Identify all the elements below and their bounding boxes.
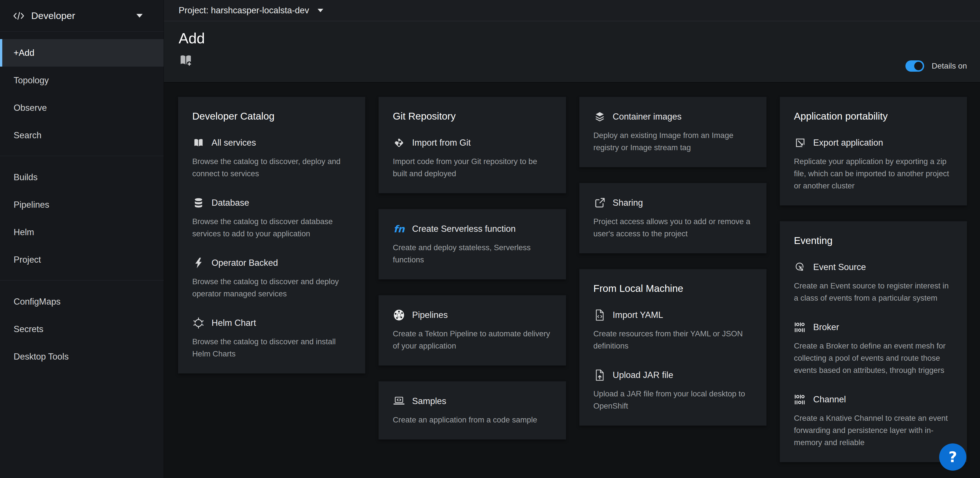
perspective-switcher[interactable]: Developer (0, 0, 164, 32)
card-title: Application portability (794, 111, 953, 122)
card-item-helm-chart[interactable]: HELM Helm Chart Browse the catalog to di… (192, 317, 351, 360)
sidebar-item-topology[interactable]: Topology (0, 67, 164, 94)
item-description: Replicate your application by exporting … (794, 155, 953, 192)
page-header: Add Details on (164, 21, 980, 83)
card-item-broker[interactable]: Broker Create a Broker to define an even… (794, 321, 953, 376)
samples-laptop-icon (393, 395, 405, 407)
sidebar-item-search[interactable]: Search (0, 122, 164, 149)
export-icon (794, 137, 807, 149)
toggle-knob (914, 62, 923, 70)
share-icon (593, 197, 606, 209)
card-item-pipelines[interactable]: Pipelines Create a Tekton Pipeline to au… (393, 309, 552, 352)
code-icon (13, 10, 25, 22)
card-sharing: Sharing Project access allows you to add… (579, 183, 767, 253)
project-selector[interactable]: Project: harshcasper-localsta-dev (164, 0, 980, 21)
column-2: Git Repository (379, 97, 566, 440)
card-item-import-from-git[interactable]: Import from Git Import code from your Gi… (393, 137, 552, 179)
item-description: Deploy an existing Image from an Image r… (593, 129, 752, 154)
card-title: Git Repository (393, 111, 552, 122)
card-from-local-machine: From Local Machine I (579, 269, 767, 426)
column-1: Developer Catalog All services (178, 97, 365, 373)
sidebar-item-project[interactable]: Project (0, 246, 164, 273)
main-area: Project: harshcasper-localsta-dev Add (164, 0, 980, 478)
card-item-export-application[interactable]: Export application Replicate your applic… (794, 137, 953, 192)
database-icon (192, 197, 205, 209)
hint-icon-row (179, 53, 965, 68)
upload-file-icon (593, 369, 606, 381)
catalog-book-icon (192, 137, 205, 149)
card-item-event-source[interactable]: Event Source Create an Event source to r… (794, 261, 953, 304)
project-label: Project: harshcasper-localsta-dev (179, 5, 309, 16)
card-container-images: Container images Deploy an existing Imag… (579, 97, 767, 167)
book-plus-icon (179, 63, 193, 68)
binary-channel-icon (794, 393, 807, 406)
card-application-portability: Application portability (780, 97, 967, 205)
sidebar-item-desktop-tools[interactable]: Desktop Tools (0, 343, 164, 370)
yaml-file-icon (593, 309, 606, 321)
sidebar-item-add[interactable]: +Add (0, 39, 164, 67)
perspective-label: Developer (31, 10, 75, 21)
card-columns: Developer Catalog All services (178, 97, 967, 462)
serverless-fn-icon: fn (393, 223, 405, 235)
card-item-upload-jar-file[interactable]: Upload JAR file Upload a JAR file from y… (593, 369, 752, 412)
helm-logo-icon: HELM (192, 317, 205, 329)
item-description: Browse the catalog to discover and deplo… (192, 275, 351, 300)
card-item-sharing[interactable]: Sharing Project access allows you to add… (593, 197, 752, 240)
item-description: Browse the catalog to discover database … (192, 215, 351, 240)
item-description: Create a Tekton Pipeline to automate del… (393, 327, 552, 352)
page-title: Add (179, 30, 965, 47)
sidebar-item-pipelines[interactable]: Pipelines (0, 191, 164, 218)
card-eventing: Eventing (780, 221, 967, 462)
nav-group-2: Builds Pipelines Helm Project (0, 156, 164, 281)
help-button[interactable]: ? (939, 443, 966, 471)
item-description: Create resources from their YAML or JSON… (593, 327, 752, 352)
item-description: Create an application from a code sample (393, 414, 552, 426)
item-description: Browse the catalog to discover, deploy a… (192, 155, 351, 179)
sidebar-item-configmaps[interactable]: ConfigMaps (0, 288, 164, 315)
column-3: Container images Deploy an existing Imag… (579, 97, 767, 426)
sidebar-item-observe[interactable]: Observe (0, 94, 164, 122)
card-item-container-images[interactable]: Container images Deploy an existing Imag… (593, 111, 752, 154)
card-developer-catalog: Developer Catalog All services (178, 97, 365, 373)
card-item-create-serverless-function[interactable]: fn Create Serverless function Create and… (393, 223, 552, 266)
details-toggle[interactable] (905, 60, 924, 72)
tekton-pipelines-icon (393, 309, 405, 321)
svg-text:HELM: HELM (195, 322, 202, 325)
card-pipelines: Pipelines Create a Tekton Pipeline to au… (379, 295, 566, 365)
card-serverless-function: fn Create Serverless function Create and… (379, 209, 566, 279)
sidebar-nav: +Add Topology Observe Search Builds Pipe… (0, 32, 164, 377)
card-item-import-yaml[interactable]: Import YAML Create resources from their … (593, 309, 752, 352)
chevron-down-icon (318, 9, 323, 12)
nav-group-1: +Add Topology Observe Search (0, 32, 164, 156)
card-item-samples[interactable]: Samples Create an application from a cod… (393, 395, 552, 426)
nav-group-3: ConfigMaps Secrets Desktop Tools (0, 281, 164, 377)
card-title: Eventing (794, 235, 953, 246)
openshift-console: Developer +Add Topology Observe Search B… (0, 0, 980, 478)
lightning-bolt-icon (192, 257, 205, 269)
item-description: Project access allows you to add or remo… (593, 215, 752, 240)
card-item-operator-backed[interactable]: Operator Backed Browse the catalog to di… (192, 257, 351, 300)
card-item-channel[interactable]: Channel Create a Knative Channel to crea… (794, 393, 953, 449)
card-samples: Samples Create an application from a cod… (379, 381, 566, 440)
card-git-repository: Git Repository (379, 97, 566, 193)
column-4: Application portability (780, 97, 967, 462)
layers-icon (593, 111, 606, 123)
item-description: Browse the catalog to discover and insta… (192, 335, 351, 360)
sidebar-item-helm[interactable]: Helm (0, 218, 164, 246)
event-source-icon (794, 261, 807, 273)
add-page-content: Developer Catalog All services (164, 83, 980, 478)
card-title: Developer Catalog (192, 111, 351, 122)
item-description: Create a Broker to define an event mesh … (794, 340, 953, 376)
card-item-all-services[interactable]: All services Browse the catalog to disco… (192, 137, 351, 179)
details-toggle-group: Details on (905, 60, 967, 72)
details-toggle-label: Details on (932, 62, 967, 71)
card-title: From Local Machine (593, 283, 752, 294)
item-description: Create a Knative Channel to create an ev… (794, 412, 953, 449)
sidebar-item-builds[interactable]: Builds (0, 164, 164, 191)
sidebar-item-secrets[interactable]: Secrets (0, 315, 164, 343)
item-description: Import code from your Git repository to … (393, 155, 552, 179)
card-item-database[interactable]: Database Browse the catalog to discover … (192, 197, 351, 240)
item-description: Create an Event source to register inter… (794, 279, 953, 304)
chevron-down-icon (137, 14, 143, 17)
sidebar: Developer +Add Topology Observe Search B… (0, 0, 164, 478)
